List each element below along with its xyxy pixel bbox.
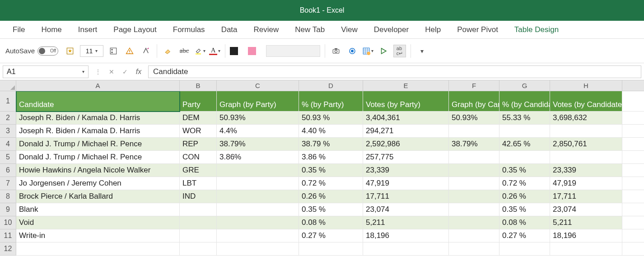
table-cell[interactable]: DEM (180, 112, 217, 125)
table-cell[interactable] (550, 151, 622, 164)
table-cell[interactable] (217, 177, 299, 190)
table-cell[interactable]: 18,196 (550, 229, 622, 242)
ribbon-tab-table-design[interactable]: Table Design (506, 22, 567, 38)
table-cell[interactable] (449, 177, 499, 190)
table-cell[interactable]: CON (180, 151, 217, 164)
table-cell[interactable]: 55.33 % (499, 112, 550, 125)
table-cell[interactable]: 4.40 % (299, 125, 363, 138)
table-cell[interactable]: Howie Hawkins / Angela Nicole Walker (16, 164, 180, 177)
table-cell[interactable]: 0.35 % (499, 203, 550, 216)
table-cell[interactable]: REP (180, 138, 217, 151)
table-header-cell[interactable]: % (by Party) (299, 91, 363, 112)
table-cell[interactable]: Joseph R. Biden / Kamala D. Harris (16, 125, 180, 138)
table-cell[interactable]: Void (16, 216, 180, 229)
table-cell[interactable]: IND (180, 190, 217, 203)
autosave-toggle[interactable]: AutoSave Off (5, 47, 58, 56)
ribbon-tab-data[interactable]: Data (213, 22, 246, 38)
table-header-cell[interactable]: Votes (by Candidate) (550, 91, 622, 112)
ribbon-tab-formulas[interactable]: Formulas (165, 22, 213, 38)
table-cell[interactable]: 17,711 (363, 190, 449, 203)
table-cell[interactable]: 23,074 (550, 203, 622, 216)
select-all-corner[interactable] (0, 80, 16, 91)
table-cell[interactable]: 3.86% (217, 151, 299, 164)
table-header-cell[interactable]: Graph (by Candidate) (449, 91, 499, 112)
table-cell[interactable]: GRE (180, 164, 217, 177)
play-macro-icon[interactable] (377, 45, 390, 57)
ribbon-tab-developer[interactable]: Developer (366, 22, 417, 38)
column-header-F[interactable]: F (449, 80, 499, 91)
empty-cell[interactable] (499, 242, 550, 256)
warning-icon[interactable] (123, 45, 136, 57)
screenshot-icon[interactable] (330, 45, 342, 57)
table-cell[interactable]: 0.27 % (299, 229, 363, 242)
table-cell[interactable]: 38.79% (217, 138, 299, 151)
table-cell[interactable]: Brock Pierce / Karla Ballard (16, 190, 180, 203)
table-header-cell[interactable]: % (by Candidate) (499, 91, 550, 112)
table-cell[interactable]: 257,775 (363, 151, 449, 164)
column-header-E[interactable]: E (363, 80, 449, 91)
table-cell[interactable]: 3.86 % (299, 151, 363, 164)
table-cell[interactable]: 0.72 % (499, 177, 550, 190)
table-header-cell[interactable]: Party (180, 91, 217, 112)
table-cell[interactable] (217, 164, 299, 177)
table-cell[interactable]: 47,919 (363, 177, 449, 190)
column-header-C[interactable]: C (217, 80, 299, 91)
empty-cell[interactable] (217, 242, 299, 256)
table-cell[interactable]: 23,339 (550, 164, 622, 177)
table-cell[interactable] (180, 203, 217, 216)
ribbon-tab-review[interactable]: Review (246, 22, 287, 38)
table-cell[interactable]: 5,211 (550, 216, 622, 229)
font-color-button[interactable]: A ▾ (209, 47, 220, 55)
table-cell[interactable]: 2,850,761 (550, 138, 622, 151)
table-cell[interactable]: 38.79 % (299, 138, 363, 151)
row-header[interactable]: 8 (0, 190, 16, 203)
empty-cell[interactable] (16, 242, 180, 256)
table-cell[interactable]: 42.65 % (499, 138, 550, 151)
task-pane-icon[interactable] (107, 45, 120, 57)
row-header[interactable]: 10 (0, 216, 16, 229)
table-cell[interactable]: 0.08 % (299, 216, 363, 229)
table-cell[interactable] (449, 203, 499, 216)
table-cell[interactable] (499, 125, 550, 138)
table-cell[interactable] (180, 229, 217, 242)
table-cell[interactable] (217, 190, 299, 203)
table-cell[interactable] (217, 216, 299, 229)
formula-input[interactable]: Candidate (148, 65, 641, 78)
table-cell[interactable]: Donald J. Trump / Michael R. Pence (16, 138, 180, 151)
table-header-cell[interactable]: Votes (by Party) (363, 91, 449, 112)
table-header-cell[interactable]: Graph (by Party) (217, 91, 299, 112)
table-cell[interactable]: Blank (16, 203, 180, 216)
ribbon-tab-new-tab[interactable]: New Tab (287, 22, 333, 38)
color-swatch-pink[interactable] (248, 47, 256, 55)
ribbon-tab-power-pivot[interactable]: Power Pivot (449, 22, 506, 38)
favorite-icon[interactable] (64, 45, 76, 57)
table-cell[interactable] (550, 125, 622, 138)
table-cell[interactable]: 17,711 (550, 190, 622, 203)
table-cell[interactable]: Donald J. Trump / Michael R. Pence (16, 151, 180, 164)
empty-cell[interactable] (180, 242, 217, 256)
table-cell[interactable]: 3,404,361 (363, 112, 449, 125)
table-cell[interactable]: Jo Jorgensen / Jeremy Cohen (16, 177, 180, 190)
table-cell[interactable]: 2,592,986 (363, 138, 449, 151)
table-cell[interactable]: 18,196 (363, 229, 449, 242)
row-header[interactable]: 7 (0, 177, 16, 190)
record-icon[interactable] (346, 45, 359, 57)
table-cell[interactable]: WOR (180, 125, 217, 138)
row-header[interactable]: 3 (0, 125, 16, 138)
table-cell[interactable] (449, 229, 499, 242)
table-header-cell[interactable]: Candidate (16, 91, 180, 112)
ribbon-tab-view[interactable]: View (333, 22, 366, 38)
table-cell[interactable]: 294,271 (363, 125, 449, 138)
table-cell[interactable] (217, 229, 299, 242)
wrap-text-icon[interactable]: abc↵ (393, 45, 406, 57)
table-cell[interactable] (449, 164, 499, 177)
column-header-B[interactable]: B (180, 80, 217, 91)
table-cell[interactable]: 47,919 (550, 177, 622, 190)
ribbon-tab-file[interactable]: File (5, 22, 33, 38)
empty-cell[interactable] (363, 242, 449, 256)
table-cell[interactable]: 23,074 (363, 203, 449, 216)
row-header[interactable]: 5 (0, 151, 16, 164)
row-header[interactable]: 12 (0, 242, 16, 256)
cancel-icon[interactable]: ✕ (105, 65, 118, 78)
fill-color-button[interactable]: ▾ (194, 47, 205, 55)
